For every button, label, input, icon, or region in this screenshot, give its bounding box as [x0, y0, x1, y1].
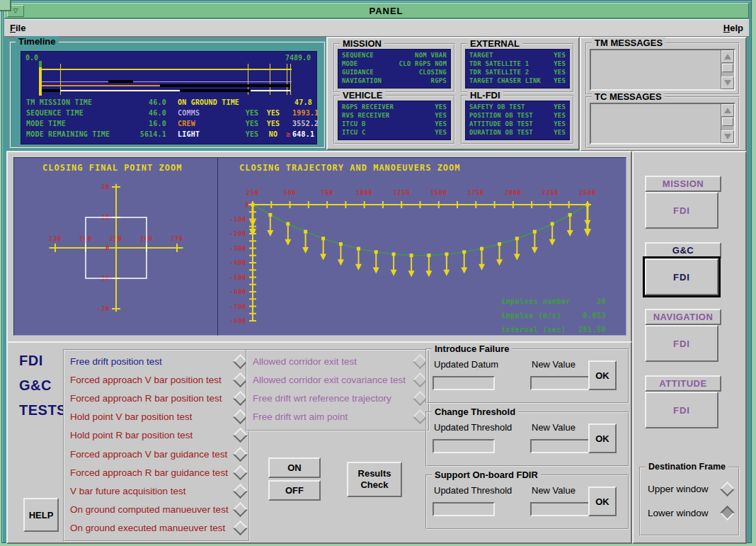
svg-text:CLOSING TRAJECTORY AND MANOEUV: CLOSING TRAJECTORY AND MANOEUVERS ZOOM [239, 163, 461, 173]
test-item[interactable]: Hold point V bar position test [67, 408, 246, 426]
test-item[interactable]: Forced approach V bar position test [67, 370, 246, 389]
tests-heading-gc: G&C [19, 377, 52, 394]
scroll-track[interactable] [721, 117, 734, 130]
change-threshold-ok-button[interactable]: OK [588, 423, 617, 453]
status-row: TARGET CHASER LINKYES [469, 76, 566, 85]
gantt-cursor [39, 67, 42, 96]
menu-help[interactable]: Help [718, 21, 749, 35]
test-toggle-diamond[interactable] [233, 465, 248, 480]
test-item[interactable]: V bar future acquisition test [67, 482, 246, 500]
svg-text:270: 270 [171, 235, 183, 242]
introduce-failure-ok-button[interactable]: OK [588, 360, 617, 390]
test-item-label: Hold point V bar position test [67, 411, 235, 422]
svg-text:interval (sec): interval (sec) [501, 326, 566, 334]
svg-text:0: 0 [105, 244, 110, 251]
mission-fdi-button[interactable]: FDI [645, 192, 718, 229]
gantt-segment [251, 90, 290, 91]
fdi-group-mission: MISSION FDI [645, 176, 718, 192]
svg-text:1750: 1750 [467, 189, 484, 196]
svg-text:0.053: 0.053 [583, 312, 606, 319]
status-row: RVS RECEIVERYES [342, 111, 447, 120]
navigation-fdi-button[interactable]: FDI [645, 325, 718, 362]
help-button[interactable]: HELP [23, 498, 59, 532]
title-bar[interactable]: ▽ PANEL [4, 3, 749, 18]
svg-text:281.50: 281.50 [578, 326, 606, 334]
status-panel-block: MISSION SEQUENCENOM VBARMODECLO RGPS NOM… [326, 37, 580, 150]
status-row: TDR SATELLITE 2YES [469, 68, 566, 76]
lower-window-diamond[interactable] [720, 506, 735, 521]
updated-threshold-input[interactable] [433, 502, 495, 516]
scroll-track[interactable] [721, 63, 734, 76]
timeline-row: MODE TIME16.0CREWYESYES3552.2 [26, 118, 312, 129]
scroll-up-button[interactable] [721, 104, 734, 117]
tc-messages-list[interactable] [590, 103, 735, 144]
test-item-label: Free drift wrt aim point [250, 411, 415, 422]
tm-messages-title: TM MESSAGES [592, 38, 665, 48]
final-point-zoom-chart: CLOSING FINAL POINT ZOOM2302402502602702… [14, 158, 218, 335]
gantt-segment [160, 84, 290, 87]
change-threshold-title: Change Threshold [432, 406, 518, 417]
updated-threshold-input[interactable] [433, 439, 495, 453]
test-toggle-diamond[interactable] [233, 446, 248, 461]
scrollbar-thumb[interactable] [722, 64, 733, 72]
results-check-button[interactable]: Results Check [347, 462, 402, 497]
svg-text:500: 500 [284, 189, 297, 196]
test-item-label: Forced approach R bar position test [67, 393, 235, 404]
test-item[interactable]: On ground executed manueuver test [67, 519, 246, 538]
svg-text:2500: 2500 [579, 189, 596, 196]
on-button[interactable]: ON [268, 457, 321, 478]
test-item[interactable]: Forced approach V bar guidance test [67, 445, 246, 463]
fdi-group-attitude: ATTITUDE FDI [645, 375, 718, 392]
new-value-label: New Value [532, 422, 575, 433]
scroll-down-button[interactable] [721, 130, 734, 143]
test-item[interactable]: Hold point R bar position test [67, 426, 246, 445]
test-item-label: V bar future acquisition test [67, 486, 235, 496]
upper-window-diamond[interactable] [720, 482, 735, 496]
test-item[interactable]: On ground computed manueuver test [67, 501, 246, 519]
new-value-label: New Value [532, 359, 575, 370]
scrollbar-thumb[interactable] [722, 118, 733, 126]
triangle-down-icon [724, 80, 731, 86]
status-row: RGPS RECEIVERYES [342, 103, 447, 111]
gantt-cursor-top [39, 61, 42, 67]
background-window-corner [0, 0, 11, 11]
timeline-row: MODE REMAINING TIME5614.1LIGHTYESNO≥648.… [26, 129, 312, 140]
tm-scrollbar[interactable] [721, 50, 734, 89]
updated-datum-input[interactable] [433, 376, 495, 390]
test-item[interactable]: Free drift position test [67, 352, 246, 370]
scroll-down-button[interactable] [721, 76, 734, 89]
triangle-up-icon [724, 54, 731, 59]
status-row: MODECLO RGPS NOM [342, 59, 447, 68]
attitude-fdi-button[interactable]: FDI [645, 392, 718, 428]
gantt-segment [108, 80, 134, 83]
test-toggle-diamond[interactable] [233, 484, 248, 499]
status-row: GUIDANCECLOSING [342, 68, 447, 76]
hlfdi-frame: HL-FDI SAFETY OB TESTYESPOSITION OB TEST… [461, 95, 574, 144]
tc-scrollbar[interactable] [721, 104, 734, 143]
destination-option-lower[interactable]: Lower window [648, 508, 733, 518]
fdi-group-label-mission[interactable]: MISSION [645, 176, 721, 192]
svg-text:2250: 2250 [542, 189, 559, 196]
svg-text:20: 20 [101, 183, 110, 190]
test-toggle-diamond[interactable] [233, 521, 248, 535]
svg-text:2000: 2000 [505, 189, 522, 196]
destination-option-upper[interactable]: Upper window [648, 484, 733, 494]
menu-file[interactable]: File [4, 21, 31, 35]
updated-datum-label: Updated Datum [434, 359, 498, 370]
off-button[interactable]: OFF [268, 480, 321, 501]
test-item-label: Allowed corridor exit covariance test [250, 375, 415, 385]
fdi-group-label-gc[interactable]: G&C [645, 242, 721, 258]
tm-messages-frame: TM MESSAGES [585, 42, 740, 95]
introduce-failure-title: Introduce Failure [432, 343, 512, 354]
test-item[interactable]: Forced approach R bar position test [67, 389, 246, 407]
fdi-group-label-navigation[interactable]: NAVIGATION [645, 309, 721, 325]
timeline-frame-title: Timeline [16, 36, 59, 47]
tm-messages-list[interactable] [590, 49, 735, 91]
fdi-group-label-attitude[interactable]: ATTITUDE [645, 375, 721, 392]
svg-text:-500: -500 [229, 274, 246, 281]
gc-fdi-button[interactable]: FDI [645, 258, 718, 295]
test-item[interactable]: Forced approach R bar guidance test [67, 463, 246, 482]
scroll-up-button[interactable] [721, 50, 734, 63]
test-toggle-diamond[interactable] [233, 502, 248, 517]
support-onboard-fdir-ok-button[interactable]: OK [588, 487, 617, 516]
